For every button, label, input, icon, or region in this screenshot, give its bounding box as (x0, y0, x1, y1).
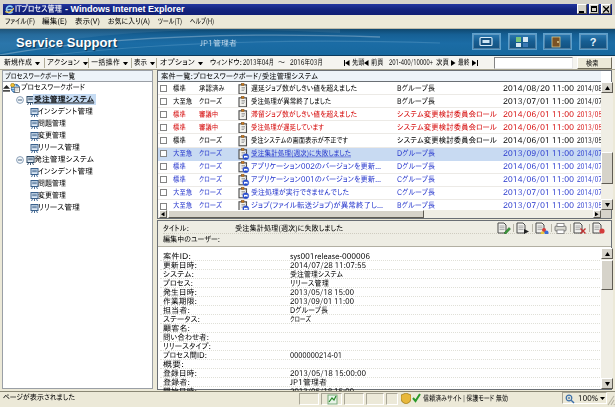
svg-text:?: ? (590, 36, 597, 48)
